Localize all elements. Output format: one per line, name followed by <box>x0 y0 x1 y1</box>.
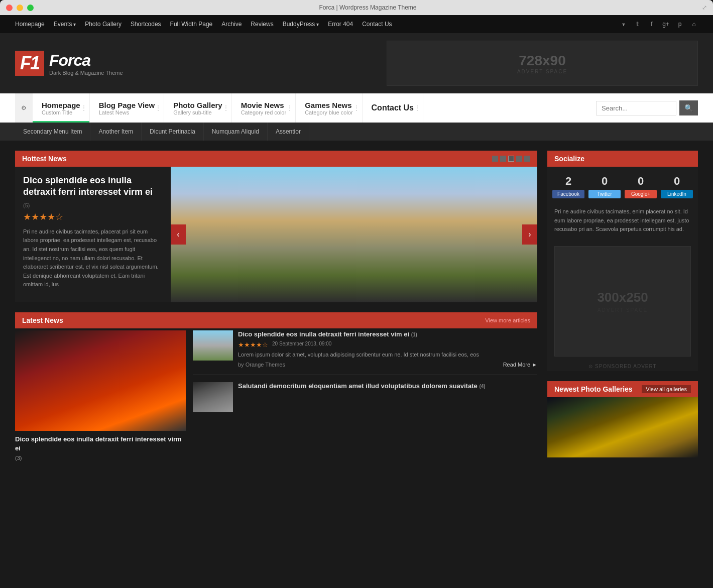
article-1-thumb <box>193 330 233 361</box>
latest-right: Dico splendide eos inulla detraxit ferri… <box>193 330 537 462</box>
linkedin-label[interactable]: LinkedIn <box>661 190 693 198</box>
top-nav-links: Homepage Events Photo Gallery Shortcodes… <box>15 21 392 28</box>
rss-icon[interactable]: ⌂ <box>690 20 698 28</box>
logo[interactable]: F1 Forca Dark Blog & Magazine Theme <box>15 51 123 76</box>
settings-button[interactable]: ⚙ Settings <box>15 93 33 123</box>
facebook-count-num: 2 <box>552 175 584 188</box>
socialize-header: Socialize <box>547 151 698 167</box>
expand-icon[interactable]: ⤢ <box>702 4 707 11</box>
social-icons: 𝐯 𝕥 f g+ p ⌂ <box>620 20 698 28</box>
tab-dots-icon-2[interactable]: ⋮ <box>155 104 162 112</box>
googleplus-label[interactable]: Google+ <box>625 190 657 198</box>
nav-reviews[interactable]: Reviews <box>251 21 273 28</box>
latest-big-image <box>15 330 186 431</box>
googleplus-count: 0 Google+ <box>625 175 657 198</box>
logo-text: Forca Dark Blog & Magazine Theme <box>49 51 123 76</box>
latest-big-image-visual <box>15 330 186 431</box>
sidebar-ad-size: 300x250 <box>597 290 648 305</box>
googleplus-icon[interactable]: g+ <box>662 20 670 28</box>
sec-nav-item-5[interactable]: Assentior <box>268 123 309 141</box>
carousel-next-button[interactable]: › <box>522 224 537 245</box>
search-form: 🔍 <box>596 93 698 123</box>
close-button[interactable] <box>6 5 13 11</box>
article-2-thumb <box>193 382 233 412</box>
latest-big-num: (3) <box>15 455 22 461</box>
search-input[interactable] <box>596 101 676 115</box>
nav-shortcodes[interactable]: Shortcodes <box>131 21 161 28</box>
nav-homepage[interactable]: Homepage <box>15 21 45 28</box>
galleries-header: Newest Photo Galleries View all gallerie… <box>547 381 698 397</box>
article-2-num: (4) <box>479 384 485 389</box>
tab-dots-icon[interactable]: ⋮ <box>80 104 87 112</box>
dot-5[interactable] <box>524 156 530 162</box>
sec-nav-item-1[interactable]: Secondary Menu Item <box>15 123 90 141</box>
logo-f1-badge: F1 <box>15 51 44 76</box>
tab-dots-icon-4[interactable]: ⋮ <box>286 104 293 112</box>
gallery-thumb-visual <box>547 397 698 457</box>
latest-news-header: Latest News View more articles <box>15 312 537 328</box>
tab-movie-title: Movie News <box>241 101 287 109</box>
sec-nav-item-4[interactable]: Numquam Aliquid <box>204 123 268 141</box>
socialize-text: Pri ne audire civibus tacimates, enim pl… <box>547 203 698 241</box>
main-content: Hottest News Dico splendide eos inulla d… <box>0 141 713 472</box>
top-navigation: Homepage Events Photo Gallery Shortcodes… <box>0 15 713 33</box>
tab-dots-icon-3[interactable]: ⋮ <box>222 104 229 112</box>
linkedin-count-num: 0 <box>661 175 693 188</box>
tab-dots-icon-6[interactable]: ⋮ <box>414 104 421 112</box>
article-1-thumb-visual <box>193 330 233 361</box>
gear-icon: ⚙ <box>21 104 27 111</box>
tab-homepage[interactable]: Homepage Custom Title ⋮ <box>33 93 90 123</box>
secondary-navigation: Secondary Menu Item Another Item Dicunt … <box>0 123 713 141</box>
tab-homepage-sub: Custom Title <box>42 109 80 115</box>
socialize-widget: Socialize 2 Facebook 0 Twitter 0 Google+… <box>547 151 698 371</box>
tab-movie[interactable]: Movie News Category red color ⋮ <box>232 93 296 123</box>
tab-contact[interactable]: Contact Us ⋮ <box>363 93 423 123</box>
tab-blog[interactable]: Blog Page View Latest News ⋮ <box>90 93 164 123</box>
view-all-galleries[interactable]: View all galleries <box>642 385 691 393</box>
pinterest-icon[interactable]: p <box>676 20 684 28</box>
article-1-read-more[interactable]: Read More <box>503 362 537 368</box>
dot-2[interactable] <box>500 156 506 162</box>
tab-blog-title: Blog Page View <box>99 101 155 109</box>
nav-buddypress[interactable]: BuddyPress <box>283 21 319 28</box>
search-button[interactable]: 🔍 <box>679 100 698 115</box>
nav-archive[interactable]: Archive <box>221 21 242 28</box>
gallery-thumb-1[interactable] <box>547 397 698 457</box>
ad-size-label: 728x90 <box>519 53 565 69</box>
article-2-content: Salutandi democritum eloquentiam amet il… <box>238 382 537 412</box>
nav-contact[interactable]: Contact Us <box>362 21 392 28</box>
tab-blog-sub: Latest News <box>99 109 155 115</box>
sec-nav-item-2[interactable]: Another Item <box>90 123 142 141</box>
nav-photo-gallery[interactable]: Photo Gallery <box>85 21 122 28</box>
dot-1[interactable] <box>492 156 498 162</box>
facebook-icon[interactable]: f <box>648 20 656 28</box>
dot-3[interactable] <box>508 156 514 162</box>
twitter-label[interactable]: Twitter <box>588 190 621 198</box>
sponsored-label: ⊙ SPONSORED ADVERT <box>547 362 698 371</box>
vimeo-icon[interactable]: 𝐯 <box>620 20 628 28</box>
article-2-title: Salutandi democritum eloquentiam amet il… <box>238 382 537 391</box>
galleries-title: Newest Photo Galleries <box>554 385 633 393</box>
minimize-button[interactable] <box>17 5 23 11</box>
article-1-author: by Orange Themes <box>238 362 285 368</box>
tab-dots-icon-5[interactable]: ⋮ <box>353 104 360 112</box>
article-2-thumb-visual <box>193 382 233 412</box>
facebook-count: 2 Facebook <box>552 175 584 198</box>
tab-movie-sub: Category red color <box>241 109 287 115</box>
ad-label: ADVERT SPACE <box>517 69 567 74</box>
maximize-button[interactable] <box>27 5 34 11</box>
sidebar-ad-300: 300x250 ADVERT SPACE <box>554 246 691 357</box>
sec-nav-item-3[interactable]: Dicunt Pertinacia <box>142 123 204 141</box>
tab-games[interactable]: Games News Category blue color ⋮ <box>296 93 362 123</box>
twitter-icon[interactable]: 𝕥 <box>634 20 642 28</box>
dot-4[interactable] <box>516 156 522 162</box>
sidebar-ad-label: ADVERT SPACE <box>598 307 648 313</box>
nav-full-width[interactable]: Full Width Page <box>170 21 213 28</box>
tab-photo[interactable]: Photo Gallery Gallery sub-title ⋮ <box>164 93 232 123</box>
facebook-label[interactable]: Facebook <box>552 190 584 198</box>
nav-error404[interactable]: Error 404 <box>328 21 353 28</box>
nav-events[interactable]: Events <box>54 21 76 28</box>
carousel-prev-button[interactable]: ‹ <box>171 224 186 245</box>
article-stars: ★★★★☆ <box>23 211 163 222</box>
view-more-link[interactable]: View more articles <box>485 317 530 323</box>
